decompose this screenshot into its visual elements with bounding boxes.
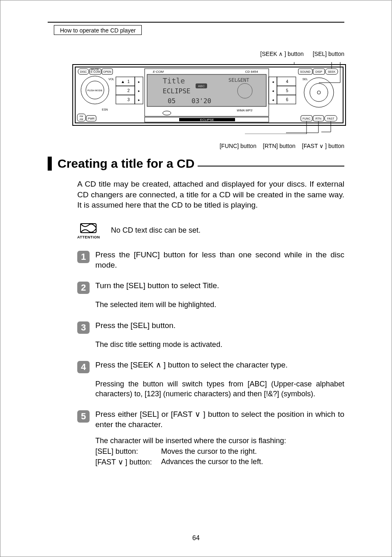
step-number-badge: 4 xyxy=(77,361,90,373)
preset-left-col: ▲1 2 3 ▸ ▸ ▸ xyxy=(116,77,140,104)
seek-label: SEEK xyxy=(328,70,336,73)
preset-right-col: ◂4 ◂5 ◂6 xyxy=(272,77,296,104)
rtn-button-label: [RTN] button xyxy=(263,143,295,149)
heading-bar-icon xyxy=(48,157,52,171)
svg-text:1: 1 xyxy=(127,79,130,84)
seek-button-label: [SEEK ∧ ] button xyxy=(260,51,304,57)
figure-top-labels: [SEEK ∧ ] button [SEL] button xyxy=(253,51,344,57)
svg-text:◂: ◂ xyxy=(272,98,274,102)
step-5: 5 Press either [SEL] or [FAST ∨ ] button… xyxy=(77,409,344,430)
intro-paragraph: A CD title may be created, attached and … xyxy=(77,179,344,210)
lcd-src: SEL&ENT xyxy=(228,77,249,83)
svg-rect-11 xyxy=(116,86,135,95)
svg-text:AM: AM xyxy=(80,118,83,120)
svg-rect-10 xyxy=(116,77,135,86)
svg-text:◂: ◂ xyxy=(272,80,274,84)
disp-label: DISP xyxy=(316,70,323,73)
sound-label: SOUND xyxy=(300,70,310,73)
svg-text:▲: ▲ xyxy=(121,79,125,84)
svg-text:◂: ◂ xyxy=(272,89,274,93)
step-3-sub: The disc title setting mode is activated… xyxy=(95,340,344,349)
svg-text:3: 3 xyxy=(127,97,130,102)
page: How to operate the CD player [SEEK ∧ ] b… xyxy=(0,0,392,557)
push-mode-label: PUSH·MODE xyxy=(88,89,102,92)
sel-button-label: [SEL] button xyxy=(313,51,344,57)
figure-bottom-labels: [FUNC] button [RTN] button [FAST ∨ ] but… xyxy=(214,143,344,149)
step-1: 1 Press the [FUNC] button for less than … xyxy=(77,250,344,270)
model-label: CD 8454 xyxy=(245,70,258,74)
step-4: 4 Press the [SEEK ∧ ] button to select t… xyxy=(77,360,344,373)
ecom-logo: E·COM xyxy=(153,70,164,74)
brand-under: ECLIPSE xyxy=(200,118,214,122)
svg-text:6: 6 xyxy=(286,97,288,102)
page-number: 64 xyxy=(0,534,392,542)
heading-rule xyxy=(198,166,344,166)
step-5-sub: The character will be inserted where the… xyxy=(95,436,344,446)
svg-point-42 xyxy=(310,83,328,102)
lcd-line2: ECLIPSE xyxy=(163,87,190,95)
step-2: 2 Turn the [SEL] button to select Title. xyxy=(77,281,344,294)
lcd-badge: ABC xyxy=(198,84,205,88)
top-rule xyxy=(48,22,344,23)
def-label: [SEL] button: xyxy=(95,447,161,456)
svg-text:4: 4 xyxy=(286,79,288,84)
step-body: Press the [SEL] button. xyxy=(95,321,344,334)
def-label: [FAST ∨ ] button: xyxy=(95,458,161,467)
pwr-label: PWR xyxy=(88,117,95,120)
breadcrumb: How to operate the CD player xyxy=(54,25,142,35)
func-button-label: [FUNC] button xyxy=(219,143,256,149)
attention-icon: ATTENTION xyxy=(77,222,99,239)
attention-label: ATTENTION xyxy=(77,235,99,239)
svg-text:▸: ▸ xyxy=(138,98,140,102)
vol-label: VOL xyxy=(108,78,114,81)
esn-label: ESN xyxy=(102,108,108,111)
step-4-sub: Pressing the button will switch types fr… xyxy=(95,379,344,399)
svg-text:▸: ▸ xyxy=(138,80,140,84)
step-number-badge: 1 xyxy=(77,251,90,263)
svg-text:2: 2 xyxy=(127,88,130,93)
svg-rect-12 xyxy=(116,95,135,104)
step-body: Press the [SEEK ∧ ] button to select the… xyxy=(95,360,344,373)
step-body: Press the [FUNC] button for less than on… xyxy=(95,250,344,270)
sel-ring-label: SEL xyxy=(302,78,308,81)
svg-text:5: 5 xyxy=(286,88,288,93)
car-stereo-diagram: MUTE DISC E·COM OPEN VOL PUSH·MODE ESN F… xyxy=(72,62,346,134)
lcd-track: 05 xyxy=(168,97,175,105)
svg-text:▸: ▸ xyxy=(138,89,140,93)
step-2-sub: The selected item will be highlighted. xyxy=(95,300,344,310)
ecom-btn-label: E·COM xyxy=(91,70,100,73)
svg-point-41 xyxy=(304,78,334,107)
step-3: 3 Press the [SEL] button. xyxy=(77,321,344,334)
lcd-time: 03'20 xyxy=(191,97,211,105)
fast-button-label: [FAST ∨ ] button xyxy=(302,143,344,149)
step-body: Turn the [SEL] button to select Title. xyxy=(95,281,344,294)
lcd-title: Title xyxy=(163,76,185,85)
fast-label: FAST xyxy=(327,117,334,120)
func-label: FUNC xyxy=(302,117,310,120)
svg-point-43 xyxy=(317,91,321,94)
rtn-label: RTN xyxy=(316,117,321,120)
wma-mp3-label: WMA MP3 xyxy=(237,109,252,112)
svg-point-27 xyxy=(163,111,171,115)
step-number-badge: 5 xyxy=(77,410,90,423)
step-number-badge: 2 xyxy=(77,282,90,294)
def-text: Moves the cursor to the right. xyxy=(161,447,257,456)
def-text: Advances the cursor to the left. xyxy=(161,458,263,467)
attention-text: No CD text disc can be set. xyxy=(111,226,201,235)
step-5-def-2: [FAST ∨ ] button: Advances the cursor to… xyxy=(95,458,344,467)
attention-block: ATTENTION No CD text disc can be set. xyxy=(77,222,344,239)
heading-text: Creating a title for a CD xyxy=(58,157,194,171)
disc-label: DISC xyxy=(80,70,87,73)
section-heading: Creating a title for a CD xyxy=(48,157,344,171)
fmam-label: FM xyxy=(80,115,83,118)
step-number-badge: 3 xyxy=(77,321,90,334)
step-5-def-1: [SEL] button: Moves the cursor to the ri… xyxy=(95,447,344,456)
open-label: OPEN xyxy=(103,70,111,73)
device-figure: [SEEK ∧ ] button [SEL] button MUTE DISC … xyxy=(72,51,344,149)
step-body: Press either [SEL] or [FAST ∨ ] button t… xyxy=(95,409,344,430)
